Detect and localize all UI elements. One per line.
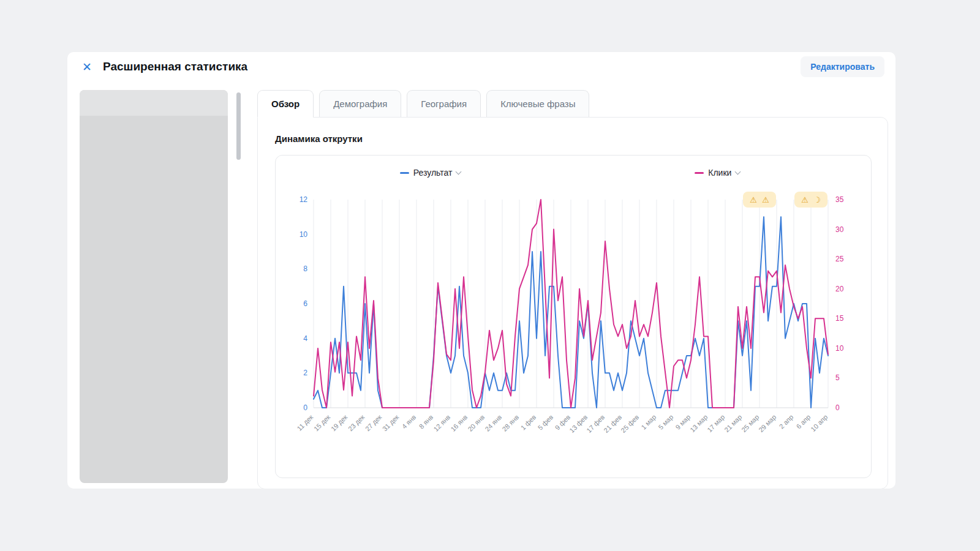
svg-text:☽: ☽ [813, 195, 821, 204]
svg-text:30: 30 [835, 225, 844, 234]
dynamics-chart-card: Результат Клики 11 дек15 дек19 дек23 дек… [275, 155, 872, 478]
svg-text:0: 0 [835, 403, 840, 412]
svg-text:⚠: ⚠ [750, 195, 757, 204]
legend-label-result: Результат [413, 168, 453, 178]
extended-stats-modal: ✕ Расширенная статистика Редактировать О… [67, 52, 895, 489]
preview-scrollbar[interactable] [236, 90, 241, 483]
svg-text:13 фев: 13 фев [568, 413, 589, 434]
svg-text:31 дек: 31 дек [381, 413, 401, 433]
edit-button[interactable]: Редактировать [801, 56, 884, 77]
dynamics-line-chart: 11 дек15 дек19 дек23 дек27 дек31 дек4 ян… [284, 186, 862, 474]
svg-text:12: 12 [300, 195, 308, 204]
svg-text:5 фев: 5 фев [537, 413, 555, 432]
svg-text:1 мар: 1 мар [639, 413, 657, 431]
svg-text:11 дек: 11 дек [295, 413, 314, 432]
svg-text:13 мар: 13 мар [688, 413, 709, 433]
tab-geography[interactable]: География [407, 90, 481, 117]
ad-preview-header-strip [80, 90, 228, 116]
stats-content: Обзор Демография География Ключевые фраз… [257, 90, 888, 489]
section-title: Динамика открутки [275, 133, 872, 144]
svg-text:10 апр: 10 апр [809, 413, 829, 433]
warning-badge: ⚠☽ [794, 192, 827, 208]
svg-text:20 янв: 20 янв [466, 413, 486, 433]
modal-header: ✕ Расширенная статистика Редактировать [67, 52, 895, 81]
svg-text:16 янв: 16 янв [449, 413, 469, 433]
svg-text:29 мар: 29 мар [757, 413, 777, 433]
legend-clicks[interactable]: Клики [695, 168, 740, 178]
svg-text:⚠: ⚠ [801, 195, 809, 204]
modal-title: Расширенная статистика [103, 60, 247, 73]
ad-preview-column [80, 90, 228, 489]
svg-text:2: 2 [303, 369, 307, 377]
chevron-down-icon[interactable] [735, 168, 741, 174]
svg-text:6: 6 [303, 299, 307, 308]
svg-text:5: 5 [835, 373, 840, 382]
tab-demography[interactable]: Демография [319, 90, 401, 117]
scrollbar-thumb[interactable] [236, 92, 241, 160]
modal-body: Обзор Демография География Ключевые фраз… [67, 81, 895, 489]
svg-text:1 фев: 1 фев [519, 413, 538, 432]
svg-text:28 янв: 28 янв [500, 413, 520, 433]
svg-text:17 фев: 17 фев [585, 413, 606, 434]
svg-text:15 дек: 15 дек [312, 413, 332, 433]
svg-text:25: 25 [835, 255, 844, 263]
svg-text:⚠: ⚠ [762, 195, 769, 204]
svg-text:10: 10 [300, 230, 308, 239]
svg-text:10: 10 [835, 344, 844, 353]
svg-text:35: 35 [835, 195, 844, 204]
svg-text:4: 4 [303, 334, 307, 343]
svg-text:8: 8 [303, 264, 307, 273]
overview-panel: Динамика открутки Результат Клики [257, 117, 888, 489]
svg-text:19 дек: 19 дек [330, 413, 349, 433]
warning-badge: ⚠⚠ [743, 192, 776, 208]
tabs-bar: Обзор Демография География Ключевые фраз… [257, 90, 888, 117]
svg-text:27 дек: 27 дек [364, 413, 383, 433]
tab-overview[interactable]: Обзор [257, 90, 314, 117]
legend-dash-result [400, 172, 409, 174]
svg-text:25 мар: 25 мар [740, 413, 760, 433]
svg-text:15: 15 [835, 314, 844, 323]
svg-text:21 фев: 21 фев [602, 413, 623, 434]
svg-text:2 апр: 2 апр [778, 413, 795, 430]
svg-text:24 янв: 24 янв [483, 413, 503, 433]
svg-text:12 янв: 12 янв [432, 413, 451, 433]
svg-text:17 мар: 17 мар [706, 413, 726, 433]
svg-text:20: 20 [835, 285, 844, 293]
legend-result[interactable]: Результат [400, 168, 461, 178]
svg-text:0: 0 [303, 403, 307, 412]
svg-text:23 дек: 23 дек [347, 413, 366, 433]
legend-dash-clicks [695, 172, 704, 174]
legend-label-clicks: Клики [708, 168, 731, 178]
svg-text:4 янв: 4 янв [401, 413, 418, 430]
svg-text:21 мар: 21 мар [723, 413, 743, 433]
chart-legend: Результат Клики [284, 165, 862, 186]
svg-text:25 фев: 25 фев [619, 413, 640, 434]
svg-text:5 мар: 5 мар [657, 413, 674, 431]
ad-preview-placeholder [80, 90, 228, 483]
tab-key-phrases[interactable]: Ключевые фразы [486, 90, 589, 117]
close-icon[interactable]: ✕ [78, 58, 96, 75]
chevron-down-icon[interactable] [456, 168, 462, 174]
